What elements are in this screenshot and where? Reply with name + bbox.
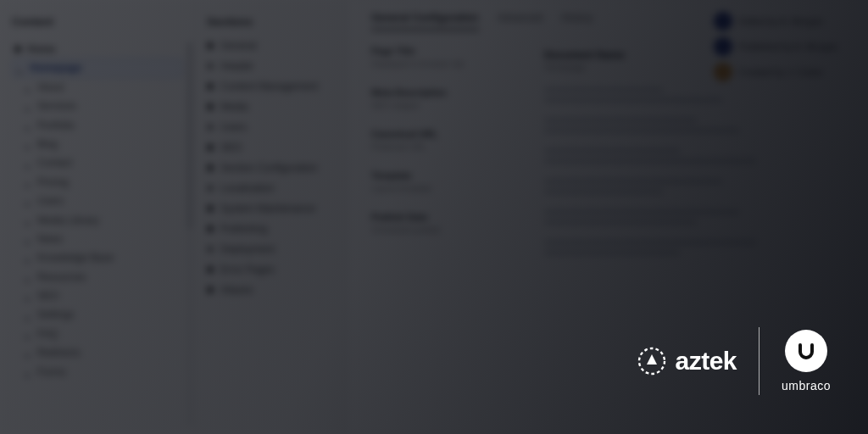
content-block [544,189,663,194]
field-label-group: Page TitleDisplayed in browser tab [371,46,515,69]
field-sublabel: SEO snippet [371,101,515,110]
section-dot-icon [207,205,214,212]
tree-item[interactable]: ▸About [12,78,182,97]
field-label: Meta Description [371,87,515,97]
content-block [544,128,739,133]
chevron-right-icon: ▸ [25,84,32,91]
content-tree-panel: Content Home ▸ Homepage ▸About▸Services▸… [0,0,195,434]
chevron-right-icon: ▸ [25,236,32,242]
chevron-right-icon: ▸ [25,292,32,299]
chevron-right-icon: ▸ [25,312,32,319]
logo-divider [759,327,760,395]
chevron-right-icon: ▸ [25,331,32,337]
section-dot-icon [207,266,214,273]
aztek-wordmark: aztek [675,347,737,376]
tree-scrollbar-thumb[interactable] [187,42,192,229]
chevron-right-icon: ▸ [25,217,32,224]
activity-item[interactable]: Created by J. Carter [714,63,837,81]
chevron-right-icon: ▸ [25,198,32,204]
tree-item[interactable]: ▸Knowledge Base [12,248,182,267]
field-label: Template [371,170,515,181]
aztek-logo: aztek [637,347,737,376]
chevron-right-icon: ▸ [25,274,32,281]
section-item[interactable]: Publishing [207,223,335,235]
section-item[interactable]: Aliases [207,284,335,296]
tree-item[interactable]: ▸FAQ [12,325,182,343]
section-item[interactable]: Localization [207,182,335,194]
content-block [544,240,756,245]
content-panel-title: Content [12,15,182,28]
content-block [544,118,697,123]
section-item[interactable]: Media [207,101,335,113]
activity-item[interactable]: Published by A. Morgan [714,37,837,56]
chevron-right-icon: ▸ [25,160,32,167]
field-label-group: TemplateLayout template [371,170,515,193]
svg-point-0 [14,46,21,53]
field-label: Canonical URL [371,129,515,139]
section-item[interactable]: Content Management [207,81,335,92]
field-sublabel: Preferred URL [371,142,515,152]
tree-item[interactable]: ▸Pricing [12,173,182,192]
tree-item-selected[interactable]: ▸ Homepage [12,58,182,77]
tree-item[interactable]: ▸Forms [12,363,182,381]
section-dot-icon [207,124,214,131]
section-item[interactable]: Header [207,60,335,72]
tree-item[interactable]: ▸Media Library [12,211,182,230]
home-icon [14,45,22,53]
tree-item[interactable]: ▸Resources [12,268,182,287]
section-item[interactable]: System Maintenance [207,203,335,214]
field-label-group: Canonical URLPreferred URL [371,129,515,152]
section-dot-icon [207,246,214,253]
section-dot-icon [207,144,214,151]
field-sublabel: Displayed in browser tab [371,59,515,69]
sections-panel-title: Sections [207,15,335,28]
section-dot-icon [207,63,214,70]
tree-item[interactable]: ▸Redirects [12,343,182,362]
chevron-right-icon: ▸ [25,254,32,261]
section-dot-icon [207,287,214,293]
chevron-right-icon: ▸ [25,369,32,376]
chevron-right-icon: ▸ [25,103,32,109]
content-block [544,209,739,214]
chevron-right-icon: ▸ [25,179,32,186]
tree-root[interactable]: Home [12,40,182,58]
section-item[interactable]: General [207,40,335,52]
section-item[interactable]: SEO [207,142,335,153]
content-block [544,250,680,255]
tab-general[interactable]: General Configuration [371,12,479,31]
activity-item[interactable]: Edited by A. Morgan [714,12,837,31]
tree-scrollbar-track [187,42,192,426]
field-sublabel: Scheduled publish [371,225,515,235]
section-dot-icon [207,185,214,192]
tree-item[interactable]: ▸Contact [12,153,182,172]
content-block [544,148,680,153]
section-item[interactable]: Deployment [207,243,335,255]
tree-item[interactable]: ▸SEO [12,287,182,305]
tree-item[interactable]: ▸Users [12,192,182,210]
tree-item[interactable]: ▸Portfolio [12,116,182,135]
tree-item[interactable]: ▸News [12,230,182,248]
activity-sidebar: Edited by A. Morgan Published by A. Morg… [714,12,837,81]
sections-panel: Sections GeneralHeaderContent Management… [195,0,348,434]
tree-item[interactable]: ▸Settings [12,305,182,324]
section-item[interactable]: Users [207,121,335,133]
section-item[interactable]: Error Pages [207,264,335,275]
tab-advanced[interactable]: Advanced [498,12,542,31]
section-item[interactable]: Section Configuration [207,162,335,174]
avatar-icon [714,37,732,56]
tab-history[interactable]: History [561,12,593,31]
section-dot-icon [207,164,214,171]
tree-item[interactable]: ▸Services [12,97,182,115]
section-dot-icon [207,83,214,90]
section-dot-icon [207,103,214,110]
content-block [544,220,697,225]
field-label-group: Publish DateScheduled publish [371,212,515,235]
content-block [544,179,722,184]
tree-item[interactable]: ▸Blog [12,135,182,153]
branding-lockup: aztek umbraco [637,327,831,395]
field-sublabel: Layout template [371,184,515,193]
avatar-icon [714,63,732,81]
aztek-mark-icon [637,347,666,376]
section-dot-icon [207,225,214,232]
content-block [544,87,663,92]
